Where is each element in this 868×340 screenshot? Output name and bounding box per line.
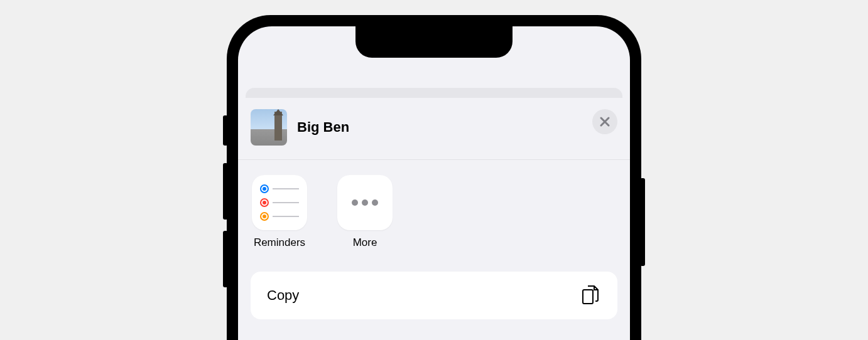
ellipsis-icon	[352, 199, 378, 206]
share-title: Big Ben	[297, 119, 349, 135]
close-icon	[599, 116, 610, 127]
action-label: Copy	[267, 287, 299, 304]
side-button-power	[640, 178, 645, 266]
share-app-label: Reminders	[254, 236, 305, 249]
copy-doc-icon	[581, 285, 601, 305]
share-app-reminders[interactable]: Reminders	[252, 175, 307, 249]
share-app-label: More	[353, 236, 377, 249]
notch	[355, 26, 513, 58]
share-sheet-header: Big Ben	[238, 98, 630, 160]
share-action-list: Copy	[251, 272, 617, 319]
action-copy[interactable]: Copy	[251, 272, 617, 319]
close-button[interactable]	[592, 109, 617, 134]
share-thumbnail	[251, 109, 287, 146]
side-button-volume-up	[223, 163, 228, 220]
side-button-volume-down	[223, 231, 228, 287]
share-apps-row: Reminders More	[238, 160, 630, 260]
reminders-app-icon	[252, 175, 307, 230]
phone-frame: Big Ben Reminders	[227, 15, 641, 340]
side-button-silence	[223, 115, 228, 146]
phone-screen: Big Ben Reminders	[238, 26, 630, 340]
more-app-icon	[337, 175, 393, 230]
share-sheet: Big Ben Reminders	[238, 98, 630, 340]
share-app-more[interactable]: More	[337, 175, 393, 249]
